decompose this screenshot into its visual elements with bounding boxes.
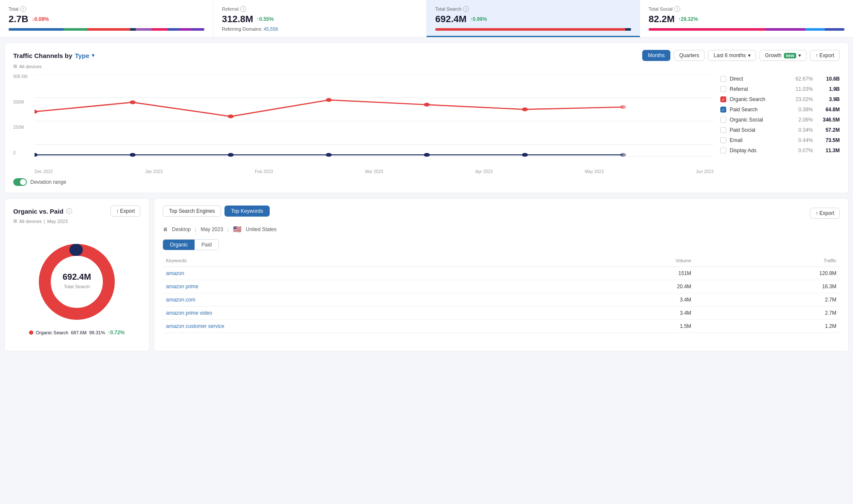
paid-tab[interactable]: Paid (195, 240, 218, 250)
legend-direct-pct: 62.67% (794, 76, 813, 82)
legend-organic-search: ✓ Organic Search 23.02% 3.9B (720, 96, 840, 102)
col-keywords: Keywords (163, 256, 558, 267)
x-label-jun2023: Jun 2023 (696, 169, 713, 174)
bar-seg-paid (130, 28, 136, 31)
deviation-toggle-switch[interactable] (13, 178, 27, 186)
svg-point-8 (326, 98, 332, 102)
stat-total-social-change: ↑29.32% (678, 16, 698, 22)
svg-point-14 (228, 153, 234, 157)
filter-date: May 2023 (201, 226, 223, 232)
legend-display-ads-pct: 0.07% (794, 148, 813, 154)
organic-vs-paid-title: Organic vs. Paid (13, 208, 64, 215)
bar-seg-other (191, 28, 204, 31)
legend-organic-search-checkbox[interactable]: ✓ (720, 96, 726, 102)
stat-total-info-icon[interactable]: i (20, 6, 26, 12)
x-label-jan2023: Jan 2023 (145, 169, 163, 174)
deviation-label: Deviation range (30, 179, 66, 185)
donut-legend: Organic Search 687.6M 99.31% ↑0.72% (29, 330, 125, 336)
svg-point-9 (424, 103, 430, 107)
traffic-channels-title-text: Traffic Channels by (13, 52, 72, 59)
chart-main: 908.6M 500M 250M 0 (13, 74, 713, 186)
kw-link-0[interactable]: amazon (166, 270, 184, 276)
social-bar-purple (766, 28, 805, 31)
traffic-export-button[interactable]: ↑ Export (810, 50, 840, 61)
kw-keyword-3: amazon prime video (163, 307, 558, 320)
filter-device-icon: 🖥 (163, 226, 168, 232)
top-search-engines-tab[interactable]: Top Search Engines (163, 206, 221, 217)
export-label: Export (819, 52, 834, 58)
legend-organic-social: Organic Social 2.06% 346.5M (720, 117, 840, 123)
legend-organic-social-pct: 2.06% (794, 117, 813, 123)
legend-paid-social-checkbox[interactable] (720, 127, 726, 133)
organic-vs-paid-sub: ⊞ All devices | May 2023 (13, 218, 140, 224)
svg-point-20 (45, 250, 109, 314)
legend-paid-search-checkbox[interactable]: ✓ (720, 107, 726, 113)
legend-direct-checkbox[interactable] (720, 76, 726, 82)
keywords-export-button[interactable]: ↑ Export (810, 208, 840, 219)
bar-seg-display (179, 28, 191, 31)
kw-volume-1: 20.4M (558, 280, 695, 293)
traffic-channels-section: Traffic Channels by Type ▾ Months Quarte… (4, 43, 849, 193)
legend-email: Email 0.44% 73.5M (720, 137, 840, 143)
kw-link-1[interactable]: amazon prime (166, 284, 198, 290)
organic-vs-paid-info-icon[interactable]: i (66, 208, 72, 214)
legend-display-ads-name: Display Ads (730, 148, 790, 154)
organic-vs-paid-date: May 2023 (47, 219, 67, 224)
stat-total-search[interactable]: Total Search i 692.4M ↑0.99% (427, 0, 640, 37)
organic-vs-paid-export-button[interactable]: ↑ Export (111, 206, 140, 217)
y-axis: 908.6M 500M 250M 0 (13, 74, 35, 168)
legend-organic-social-val: 346.5M (816, 117, 840, 123)
traffic-channels-chevron-icon[interactable]: ▾ (92, 52, 94, 58)
kw-link-2[interactable]: amazon.com (166, 297, 195, 303)
stat-total-social-info-icon[interactable]: i (674, 6, 680, 12)
deviation-toggle[interactable]: Deviation range (13, 178, 713, 186)
export-up-icon: ↑ (116, 208, 119, 214)
traffic-channels-subtitle: ⊞ All devices (13, 64, 840, 69)
quarters-button[interactable]: Quarters (674, 50, 705, 61)
chart-legend: Direct 62.67% 10.6B Referral 11.03% 1.9B… (720, 74, 840, 186)
stat-total-social[interactable]: Total Social i 82.2M ↑29.32% (640, 0, 853, 37)
x-label-feb2023: Feb 2023 (255, 169, 273, 174)
organic-tab[interactable]: Organic (163, 240, 195, 250)
stat-referral[interactable]: Referral i 312.8M ↑0.55% Referring Domai… (213, 0, 427, 37)
legend-referral-pct: 11.03% (794, 86, 813, 92)
growth-dropdown[interactable]: Growth new ▾ (760, 50, 806, 61)
legend-paid-search: ✓ Paid Search 0.38% 64.8M (720, 107, 840, 113)
organic-vs-paid-header: Organic vs. Paid i ↑ Export (13, 206, 140, 217)
period-dropdown[interactable]: Last 6 months ▾ (708, 50, 756, 61)
stat-total-search-info-icon[interactable]: i (463, 6, 469, 12)
svg-point-13 (130, 153, 136, 157)
legend-display-ads-checkbox[interactable] (720, 148, 726, 154)
stat-referral-domains-link[interactable]: 45,558 (264, 26, 278, 32)
stat-total-value: 2.7B (9, 14, 28, 25)
months-button[interactable]: Months (642, 50, 670, 61)
legend-organic-social-checkbox[interactable] (720, 117, 726, 123)
table-row: amazon 151M 120.8M (163, 267, 840, 280)
traffic-channels-type-link[interactable]: Type (75, 52, 89, 59)
top-keywords-tab[interactable]: Top Keywords (224, 206, 269, 217)
legend-referral-checkbox[interactable] (720, 86, 726, 92)
stat-referral-info-icon[interactable]: i (240, 6, 246, 12)
stat-total[interactable]: Total i 2.7B ↓0.08% (0, 0, 213, 37)
kw-link-4[interactable]: amazon customer service (166, 323, 224, 329)
organic-vs-paid-title-wrap: Organic vs. Paid i (13, 208, 72, 215)
legend-direct-name: Direct (730, 76, 790, 82)
filter-country: United States (246, 226, 277, 232)
kw-link-3[interactable]: amazon prime video (166, 310, 212, 316)
period-label: Last 6 months (713, 52, 745, 58)
legend-email-checkbox[interactable] (720, 137, 726, 143)
devices-icon-2: ⊞ (13, 218, 17, 224)
keywords-export-label: Export (819, 210, 834, 216)
traffic-channels-header: Traffic Channels by Type ▾ Months Quarte… (13, 50, 840, 61)
bar-seg-organic (87, 28, 130, 31)
legend-display-ads: Display Ads 0.07% 11.3M (720, 148, 840, 154)
kw-traffic-0: 120.8M (695, 267, 840, 280)
export-icon: ↑ (815, 52, 818, 58)
keywords-tab-row: Top Search Engines Top Keywords (163, 206, 270, 217)
filter-device: Desktop (172, 226, 191, 232)
social-bar-blue (805, 28, 825, 31)
filter-sep-2: | (227, 226, 229, 232)
legend-email-name: Email (730, 137, 790, 143)
svg-point-7 (228, 115, 234, 119)
svg-point-11 (620, 105, 626, 109)
